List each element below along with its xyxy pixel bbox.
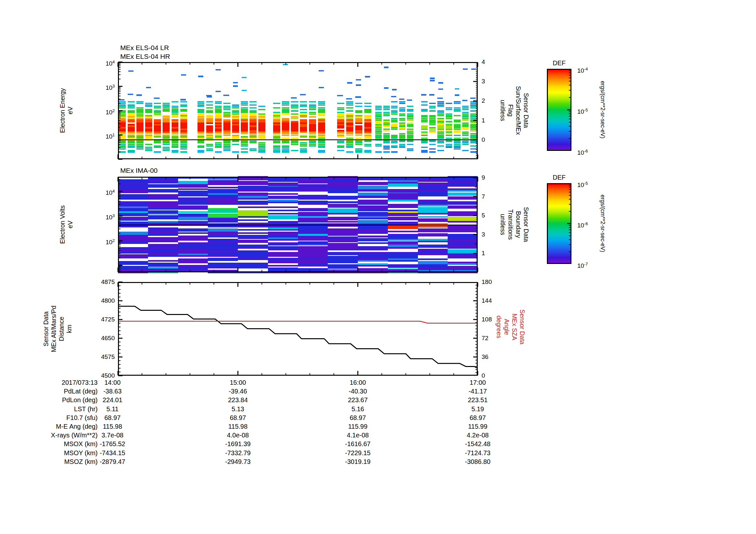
- els-y-tick-label: 101: [92, 131, 115, 141]
- ima-right-tick-label: 3: [482, 230, 501, 239]
- table-cell: -2879.47: [74, 457, 151, 466]
- table-cell: 115.99: [439, 422, 517, 431]
- table-cell: 223.84: [199, 396, 277, 404]
- table-cell: -7332.79: [199, 449, 277, 457]
- els-spectrogram-panel: [118, 62, 478, 159]
- aux-y-axis-label-line: MEx Alt/Mars/Pd: [50, 280, 58, 377]
- aux-y-tick-label: 4650: [87, 334, 115, 343]
- ima-right-axis-label-line: Sensor Data: [522, 173, 530, 276]
- table-cell: 4.2e-08: [439, 431, 517, 440]
- ima-right-axis-label-line: Boundary: [515, 173, 522, 276]
- els-right-axis-label: Sensor Data Sun/Surface/MEx Flag unitles…: [499, 59, 530, 162]
- ima-right-axis-label-line: Transitions: [507, 173, 515, 276]
- mex-orbit-summary-figure: MEx ELS-04 LR MEx ELS-04 HR MEx IMA-00 E…: [0, 0, 756, 534]
- table-cell: 4.1e-08: [319, 431, 396, 440]
- cb-els-tick-label: 10-4: [577, 65, 603, 75]
- table-cell: -7434.15: [74, 449, 151, 457]
- aux-y-tick-label: 4800: [87, 296, 115, 305]
- els-right-axis-label-line: unitless: [499, 59, 507, 162]
- table-cell: 115.98: [199, 422, 277, 431]
- els-y-tick-label: 103: [92, 82, 115, 92]
- els-colorbar: [547, 69, 571, 151]
- els-y-axis-label: Electron Energy eV: [59, 62, 74, 159]
- ima-spectrogram-panel: [118, 177, 478, 272]
- aux-right-tick-label: 108: [482, 315, 501, 324]
- table-cell: 115.98: [74, 422, 151, 431]
- ima-colorbar-title: DEF: [547, 174, 571, 181]
- table-cell: 5.11: [74, 405, 151, 414]
- ima-right-tick-label: 7: [482, 192, 501, 201]
- table-cell: 68.97: [199, 414, 277, 422]
- aux-y-tick-label: 4575: [87, 353, 115, 361]
- table-cell: 223.51: [439, 396, 517, 404]
- cb-els-tick-label: 10-6: [577, 147, 603, 157]
- aux-right-tick-label: 180: [482, 278, 501, 286]
- table-cell: -2949.73: [199, 457, 277, 466]
- table-cell: 224.01: [74, 396, 151, 404]
- aux-right-tick-label: 72: [482, 334, 501, 343]
- aux-right-axis-label-line: Angle: [503, 275, 511, 379]
- els-title-line2: MEx ELS-04 HR: [120, 53, 170, 61]
- aux-right-axis-label-line: Sensor Data: [519, 275, 526, 379]
- aux-y-tick-label: 4725: [87, 315, 115, 324]
- table-cell: -1616.67: [319, 440, 396, 448]
- ima-y-tick-label: 103: [92, 212, 115, 222]
- els-colorbar-title: DEF: [547, 60, 571, 67]
- ima-colorbar: [547, 183, 571, 264]
- altitude-sza-line-panel: [118, 282, 478, 376]
- els-y-axis-label-line: eV: [66, 62, 74, 159]
- ima-right-tick-label: 5: [482, 211, 501, 220]
- aux-y-tick-label: 4875: [87, 278, 115, 286]
- aux-y-axis-label-line: Sensor Data: [42, 280, 50, 377]
- time-label: 15:00: [199, 378, 277, 387]
- aux-y-axis-label: Sensor Data MEx Alt/Mars/Pd Distance km: [42, 280, 73, 377]
- ima-right-tick-label: 1: [482, 249, 501, 258]
- ima-right-tick-label: 9: [482, 173, 501, 182]
- els-right-axis-label-line: Sensor Data: [522, 59, 530, 162]
- aux-right-axis-label-line: MEx SZA: [511, 275, 519, 379]
- table-cell: 68.97: [319, 414, 396, 422]
- els-right-tick-label: 2: [482, 97, 501, 105]
- ima-y-axis-label-line: Electron Volts: [59, 176, 66, 273]
- aux-y-axis-label-line: km: [65, 280, 73, 377]
- cb-ima-tick-label: 10-6: [577, 220, 603, 230]
- table-cell: -7229.15: [319, 449, 396, 457]
- els-y-axis-label-line: Electron Energy: [59, 62, 66, 159]
- els-title-line1: MEx ELS-04 LR: [120, 44, 169, 52]
- els-right-tick-label: 0: [482, 136, 501, 144]
- table-cell: 115.99: [319, 422, 396, 431]
- time-label: 16:00: [319, 378, 396, 387]
- table-cell: -1765.52: [74, 440, 151, 448]
- ima-title: MEx IMA-00: [120, 167, 158, 174]
- els-right-axis-label-line: Flag: [507, 59, 515, 162]
- cb-ima-tick-label: 10-5: [577, 179, 603, 189]
- table-cell: -40.30: [319, 387, 396, 396]
- table-cell: -39.46: [199, 387, 277, 396]
- table-cell: -1691.39: [199, 440, 277, 448]
- table-cell: -41.17: [439, 387, 517, 396]
- els-right-axis-label-line: Sun/Surface/MEx: [515, 59, 522, 162]
- aux-y-axis-label-line: Distance: [58, 280, 65, 377]
- els-y-tick-label: 102: [92, 107, 115, 116]
- table-cell: 5.19: [439, 405, 517, 414]
- aux-right-tick-label: 36: [482, 353, 501, 361]
- table-cell: 223.67: [319, 396, 396, 404]
- ima-y-tick-label: 102: [92, 237, 115, 246]
- cb-ima-tick-label: 10-7: [577, 260, 603, 270]
- aux-right-axis-label-line: degrees: [495, 275, 503, 379]
- table-cell: -7124.73: [439, 449, 517, 457]
- table-cell: 68.97: [439, 414, 517, 422]
- table-cell: 68.97: [74, 414, 151, 422]
- time-label: 14:00: [74, 378, 151, 387]
- els-right-tick-label: 1: [482, 116, 501, 125]
- table-cell: -3019.19: [319, 457, 396, 466]
- ima-y-tick-label: 104: [92, 187, 115, 197]
- table-cell: -3086.80: [439, 457, 517, 466]
- time-label: 17:00: [439, 378, 517, 387]
- table-cell: 5.16: [319, 405, 396, 414]
- table-cell: 3.7e-08: [74, 431, 151, 440]
- els-right-tick-label: 4: [482, 58, 501, 66]
- table-cell: -1542.48: [439, 440, 517, 448]
- table-cell: 5.13: [199, 405, 277, 414]
- els-y-tick-label: 104: [92, 58, 115, 68]
